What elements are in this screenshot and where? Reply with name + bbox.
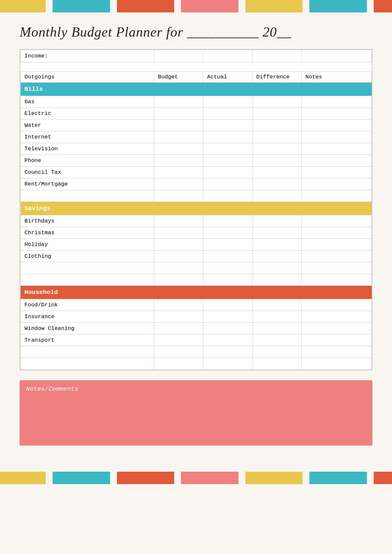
food-drink-label: Food/Drink	[21, 299, 154, 311]
col-notes-header: Notes	[302, 72, 372, 83]
bills-section-header: Bills	[21, 83, 372, 96]
bar-gap-5	[302, 0, 309, 12]
notes-comments-section: Notes/Comments	[20, 380, 372, 446]
savings-section-header: Savings	[21, 202, 372, 215]
bar-gap-2	[110, 0, 117, 12]
column-headers-row: Outgoings Budget Actual Difference Notes	[21, 72, 372, 83]
bot-bar-gap-3	[174, 472, 181, 484]
bottom-decorative-bar	[0, 472, 392, 484]
rent-mortgage-label: Rent/Mortgage	[21, 178, 154, 190]
council-tax-label: Council Tax	[21, 167, 154, 178]
table-row: Insurance	[21, 311, 372, 323]
col-actual-header: Actual	[203, 72, 253, 83]
bar-pink-1	[181, 0, 238, 12]
spacer-row-4	[21, 274, 372, 286]
household-label: Household	[21, 286, 372, 299]
electric-label: Electric	[21, 108, 154, 120]
table-row: Water	[21, 120, 372, 131]
bar-red-1	[117, 0, 174, 12]
bar-gap-4	[238, 0, 245, 12]
bar-gap-6	[367, 0, 374, 12]
table-row: Clothing	[21, 251, 372, 262]
bar-yellow-1	[0, 0, 46, 12]
income-budget-cell	[154, 50, 203, 62]
insurance-label: Insurance	[21, 311, 154, 323]
bot-bar-gap-4	[238, 472, 245, 484]
col-outgoings-header: Outgoings	[21, 72, 154, 83]
income-notes-cell	[302, 50, 372, 62]
table-row: Phone	[21, 155, 372, 167]
table-row: Gas	[21, 96, 372, 108]
title-area: Monthly Budget Planner for __________ 20…	[0, 12, 392, 49]
top-decorative-bar	[0, 0, 392, 12]
col-difference-header: Difference	[252, 72, 302, 83]
bar-yellow-2	[245, 0, 302, 12]
spacer-row-3	[21, 262, 372, 274]
bar-red-2	[374, 0, 392, 12]
col-budget-header: Budget	[154, 72, 203, 83]
savings-label: Savings	[21, 202, 372, 215]
table-row: Council Tax	[21, 167, 372, 178]
spacer-row-5	[21, 346, 372, 358]
window-cleaning-label: Window Cleaning	[21, 323, 154, 334]
water-label: Water	[21, 120, 154, 131]
bottom-spacer	[0, 446, 392, 459]
holiday-label: Holiday	[21, 239, 154, 251]
table-row: Holiday	[21, 239, 372, 251]
birthdays-label: Birthdays	[21, 215, 154, 227]
income-diff-cell	[252, 50, 302, 62]
table-row: Internet	[21, 131, 372, 143]
spacer-row-2	[21, 190, 372, 202]
page-title: Monthly Budget Planner for __________ 20…	[20, 24, 372, 40]
table-row: Food/Drink	[21, 299, 372, 311]
christmas-label: Christmas	[21, 227, 154, 239]
bot-bar-pink-1	[181, 472, 238, 484]
bot-bar-gap-2	[110, 472, 117, 484]
bot-bar-red-2	[374, 472, 392, 484]
income-actual-cell	[203, 50, 253, 62]
bot-bar-yellow-1	[0, 472, 46, 484]
table-row: Rent/Mortgage	[21, 178, 372, 190]
bot-bar-yellow-2	[245, 472, 302, 484]
transport-label: Transport	[21, 334, 154, 346]
gas-label: Gas	[21, 96, 154, 108]
table-row: Window Cleaning	[21, 323, 372, 334]
internet-label: Internet	[21, 131, 154, 143]
table-row: Television	[21, 143, 372, 155]
household-section-header: Household	[21, 286, 372, 299]
table-row: Electric	[21, 108, 372, 120]
bot-bar-red-1	[117, 472, 174, 484]
notes-label: Notes/Comments	[26, 385, 366, 393]
bot-bar-gap-5	[302, 472, 309, 484]
television-label: Television	[21, 143, 154, 155]
table-row: Christmas	[21, 227, 372, 239]
table-row: Birthdays	[21, 215, 372, 227]
income-row: Income:	[21, 50, 372, 62]
bot-bar-teal-2	[309, 472, 367, 484]
spacer-row-1	[21, 62, 372, 72]
bar-gap-3	[174, 0, 181, 12]
bot-bar-teal-1	[53, 472, 110, 484]
budget-table: Income: Outgoings Budget Actual Differen…	[20, 50, 372, 370]
table-row: Transport	[21, 334, 372, 346]
bar-teal-2	[309, 0, 367, 12]
budget-planner-table-container: Income: Outgoings Budget Actual Differen…	[20, 49, 372, 370]
clothing-label: Clothing	[21, 251, 154, 262]
bot-bar-gap-1	[46, 472, 53, 484]
bar-teal-1	[53, 0, 110, 12]
income-label: Income:	[21, 50, 154, 62]
bot-bar-gap-6	[367, 472, 374, 484]
phone-label: Phone	[21, 155, 154, 167]
bills-label: Bills	[21, 83, 372, 96]
bar-gap-1	[46, 0, 53, 12]
spacer-row-6	[21, 358, 372, 370]
